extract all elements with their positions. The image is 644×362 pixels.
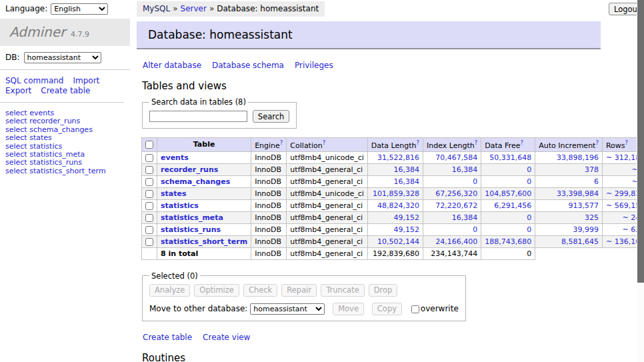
tables-table: TableEngine?Collation?Data Length?Index … <box>141 137 644 260</box>
data-free-cell[interactable]: 0 <box>481 175 535 187</box>
collation-cell: utf8mb4_general_ci <box>287 211 367 223</box>
column-help-link[interactable]: ? <box>323 141 326 150</box>
auto-increment-cell[interactable]: 33,898,196 <box>535 151 603 163</box>
search-button[interactable]: Search <box>253 110 290 123</box>
column-help-link[interactable]: ? <box>280 141 283 150</box>
index-length-cell[interactable]: 24,166,400 <box>423 235 481 247</box>
breadcrumb-server-link[interactable]: Server <box>181 4 207 13</box>
table-name-link[interactable]: statistics_runs <box>161 225 221 234</box>
move-database-select[interactable]: homeassistant <box>250 303 325 315</box>
drop-button[interactable]: Drop <box>369 284 398 297</box>
database-action-link[interactable]: Privileges <box>295 61 333 70</box>
column-help-link[interactable]: ? <box>595 141 599 150</box>
data-length-cell[interactable]: 49,152 <box>367 223 423 235</box>
analyze-button[interactable]: Analyze <box>149 284 190 297</box>
breadcrumb-mysql-link[interactable]: MySQL <box>143 4 170 13</box>
sidebar-table-link[interactable]: select states <box>5 133 52 142</box>
sidebar-table-link[interactable]: select recorder_runs <box>5 117 80 125</box>
column-help-link[interactable]: ? <box>417 141 420 150</box>
table-name-link[interactable]: recorder_runs <box>161 165 218 174</box>
data-free-cell[interactable]: 6,291,456 <box>481 199 535 211</box>
sidebar-table-link[interactable]: select statistics_short_term <box>5 167 106 175</box>
engine-cell: InnoDB <box>251 175 287 187</box>
sidebar-menu-link[interactable]: Create table <box>41 86 90 96</box>
sidebar-table-link[interactable]: select schema_changes <box>5 125 93 134</box>
language-label: Language: <box>5 4 47 13</box>
row-checkbox[interactable] <box>145 214 153 222</box>
table-row: statistics_short_termInnoDButf8mb4_gener… <box>142 235 644 247</box>
column-help-link[interactable]: ? <box>475 141 478 150</box>
row-checkbox[interactable] <box>145 190 153 198</box>
language-select[interactable]: English <box>51 3 108 15</box>
move-button[interactable]: Move <box>333 303 364 315</box>
search-input[interactable] <box>149 111 247 122</box>
sidebar-table-link[interactable]: select statistics_meta <box>5 150 85 159</box>
total-empty-cell <box>142 247 157 259</box>
auto-increment-cell[interactable]: 39,999 <box>535 223 603 235</box>
copy-button[interactable]: Copy <box>372 303 402 315</box>
column-help-link[interactable]: ? <box>625 141 629 150</box>
index-length-cell[interactable]: 72,220,672 <box>423 199 481 211</box>
sidebar-menu-link[interactable]: Export <box>5 86 31 96</box>
table-name-link[interactable]: statistics <box>161 201 199 210</box>
data-free-cell[interactable]: 50,331,648 <box>481 151 535 163</box>
data-length-cell[interactable]: 16,384 <box>367 163 423 175</box>
data-free-cell[interactable]: 0 <box>481 223 535 235</box>
overwrite-checkbox[interactable] <box>411 305 419 313</box>
create-link[interactable]: Create view <box>203 333 250 342</box>
index-length-cell[interactable]: 67,256,320 <box>423 187 481 199</box>
index-length-cell[interactable]: 70,467,584 <box>423 151 481 163</box>
table-row: statesInnoDButf8mb4_unicode_ci101,859,32… <box>142 187 644 199</box>
auto-increment-cell[interactable]: 33,398,984 <box>535 187 603 199</box>
data-length-cell[interactable]: 10,502,144 <box>367 235 423 247</box>
scrollbar-thumb[interactable] <box>637 0 644 283</box>
engine-cell: InnoDB <box>251 211 287 223</box>
truncate-button[interactable]: Truncate <box>321 284 365 297</box>
table-name-link[interactable]: events <box>161 153 189 162</box>
sidebar-table-link[interactable]: select statistics <box>5 142 62 151</box>
data-length-cell[interactable]: 31,522,816 <box>367 151 423 163</box>
data-free-cell[interactable]: 0 <box>481 211 535 223</box>
auto-increment-cell[interactable]: 6 <box>535 175 603 187</box>
select-all-checkbox[interactable] <box>145 141 153 149</box>
auto-increment-cell[interactable]: 913,577 <box>535 199 603 211</box>
index-length-cell[interactable]: 16,384 <box>423 163 481 175</box>
table-name-link[interactable]: statistics_short_term <box>161 237 247 246</box>
table-name-link[interactable]: states <box>161 189 187 198</box>
repair-button[interactable]: Repair <box>281 284 317 297</box>
row-checkbox[interactable] <box>145 166 153 174</box>
data-free-cell[interactable]: 104,857,600 <box>481 187 535 199</box>
database-action-link[interactable]: Alter database <box>143 61 201 70</box>
data-length-cell[interactable]: 101,859,328 <box>367 187 423 199</box>
auto-increment-cell[interactable]: 378 <box>535 163 603 175</box>
row-checkbox[interactable] <box>145 202 153 210</box>
sidebar-menu-link[interactable]: Import <box>73 76 99 86</box>
data-length-cell[interactable]: 49,152 <box>367 211 423 223</box>
data-free-cell[interactable]: 188,743,680 <box>481 235 535 247</box>
table-name-link[interactable]: schema_changes <box>161 177 230 186</box>
table-name-link[interactable]: statistics_meta <box>161 213 223 222</box>
data-length-cell[interactable]: 16,384 <box>367 175 423 187</box>
sidebar-table-link[interactable]: select events <box>5 109 54 117</box>
check-button[interactable]: Check <box>243 284 277 297</box>
create-link[interactable]: Create table <box>143 333 192 342</box>
row-checkbox[interactable] <box>145 226 153 234</box>
auto-increment-cell[interactable]: 325 <box>535 211 603 223</box>
index-length-cell[interactable]: 16,384 <box>423 211 481 223</box>
column-header-data-free: Data Free? <box>481 138 535 152</box>
index-length-cell[interactable]: 0 <box>423 223 481 235</box>
auto-increment-cell[interactable]: 8,581,645 <box>535 235 603 247</box>
table-row: statistics_runsInnoDButf8mb4_general_ci4… <box>142 223 644 235</box>
index-length-cell[interactable]: 0 <box>423 175 481 187</box>
db-select[interactable]: homeassistant <box>24 52 101 63</box>
row-checkbox[interactable] <box>145 154 153 162</box>
row-checkbox[interactable] <box>145 238 153 246</box>
sidebar-menu-link[interactable]: SQL command <box>5 76 63 86</box>
database-action-link[interactable]: Database schema <box>212 61 284 70</box>
column-help-link[interactable]: ? <box>520 141 523 150</box>
optimize-button[interactable]: Optimize <box>194 284 239 297</box>
row-checkbox[interactable] <box>145 178 153 186</box>
sidebar-table-link[interactable]: select statistics_runs <box>5 158 82 167</box>
data-free-cell[interactable]: 0 <box>481 163 535 175</box>
data-length-cell[interactable]: 48,824,320 <box>367 199 423 211</box>
